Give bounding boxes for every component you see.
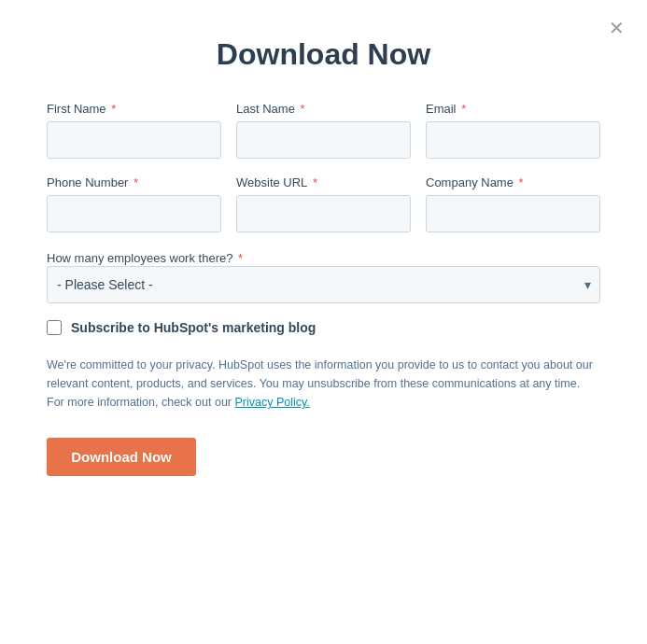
required-star: *: [458, 102, 467, 116]
first-name-label: First Name *: [47, 102, 221, 116]
company-name-input[interactable]: [426, 195, 600, 232]
email-input[interactable]: [426, 121, 600, 159]
phone-number-label: Phone Number *: [47, 175, 221, 189]
email-group: Email *: [426, 102, 600, 159]
employees-select-wrapper: - Please Select - 1-10 11-50 51-200 201-…: [47, 266, 600, 303]
first-name-group: First Name *: [47, 102, 221, 159]
form-row-2: Phone Number * Website URL * Company Nam…: [47, 175, 600, 232]
website-url-input[interactable]: [236, 195, 411, 232]
download-now-button[interactable]: Download Now: [47, 438, 196, 476]
phone-number-group: Phone Number *: [47, 175, 221, 232]
privacy-policy-link[interactable]: Privacy Policy.: [234, 396, 309, 409]
phone-number-input[interactable]: [47, 195, 221, 232]
modal-container: ✕ Download Now First Name * Last Name * …: [0, 0, 647, 644]
subscribe-checkbox-label: Subscribe to HubSpot's marketing blog: [71, 320, 316, 335]
required-star: *: [515, 175, 524, 189]
close-icon: ✕: [609, 18, 625, 38]
employees-group: How many employees work there? * - Pleas…: [47, 249, 600, 303]
required-star: *: [297, 102, 305, 116]
download-form: First Name * Last Name * Email *: [47, 102, 600, 476]
required-star: *: [234, 251, 243, 265]
email-label: Email *: [426, 102, 600, 116]
company-name-label: Company Name *: [426, 175, 600, 189]
privacy-text: We're committed to your privacy. HubSpot…: [47, 356, 600, 412]
subscribe-checkbox-row: Subscribe to HubSpot's marketing blog: [47, 320, 600, 335]
website-url-group: Website URL *: [236, 175, 411, 232]
modal-title: Download Now: [47, 37, 600, 72]
website-url-label: Website URL *: [236, 175, 411, 189]
required-star: *: [309, 175, 317, 189]
first-name-input[interactable]: [47, 121, 221, 159]
company-name-group: Company Name *: [426, 175, 600, 232]
last-name-label: Last Name *: [236, 102, 411, 116]
employees-label: How many employees work there? *: [47, 251, 243, 265]
last-name-group: Last Name *: [236, 102, 411, 159]
subscribe-checkbox[interactable]: [47, 320, 62, 335]
required-star: *: [108, 102, 117, 116]
required-star: *: [130, 175, 138, 189]
last-name-input[interactable]: [236, 121, 411, 159]
close-button[interactable]: ✕: [605, 15, 628, 41]
employees-select[interactable]: - Please Select - 1-10 11-50 51-200 201-…: [47, 266, 600, 303]
form-row-1: First Name * Last Name * Email *: [47, 102, 600, 159]
